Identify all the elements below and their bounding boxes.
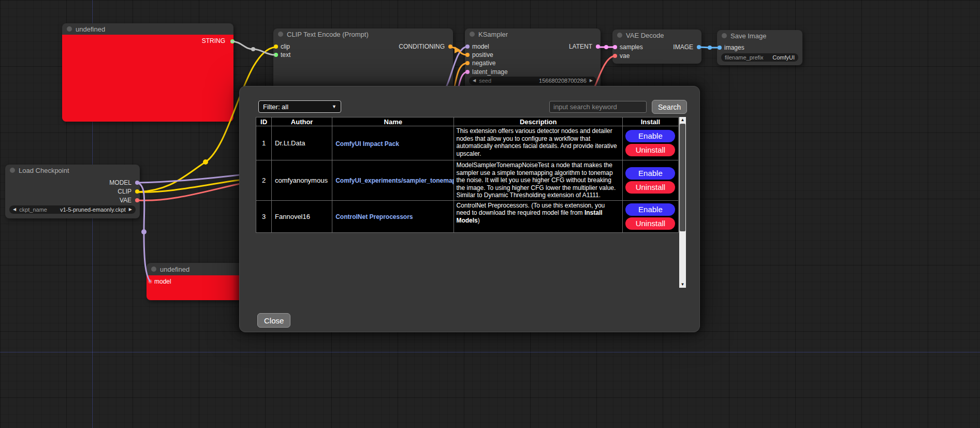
filter-dropdown-label: Filter: all: [263, 103, 288, 111]
increment-icon[interactable]: ▶: [590, 79, 593, 83]
node-header[interactable]: undefined: [147, 263, 245, 275]
output-dot-latent[interactable]: [596, 45, 600, 49]
table-row: 2 comfyanonymous ComfyUI_experiments/sam…: [256, 160, 679, 201]
row-install: Enable Uninstall: [622, 160, 678, 201]
row-author: comfyanonymous: [272, 160, 332, 201]
input-dot-model[interactable]: [465, 45, 470, 49]
output-label-conditioning: CONDITIONING: [399, 43, 445, 50]
scroll-up-icon[interactable]: ▲: [679, 117, 686, 123]
node-header[interactable]: KSampler: [465, 28, 601, 40]
node-save-image[interactable]: Save Image images filename_prefix ComfyU…: [717, 30, 802, 65]
collapse-dot-icon[interactable]: [10, 168, 15, 173]
node-header[interactable]: undefined: [62, 23, 233, 35]
decrement-icon[interactable]: ◀: [473, 79, 476, 83]
input-dot-positive[interactable]: [465, 53, 470, 57]
node-vae-decode[interactable]: VAE Decode samples vae IMAGE: [612, 29, 701, 64]
node-title: undefined: [76, 25, 105, 33]
description-text: ControlNet Preprocessors. (To use this e…: [456, 202, 605, 217]
ckpt-name-value: v1-5-pruned-emaonly.ckpt: [60, 206, 126, 213]
header-name: Name: [332, 117, 454, 126]
filename-prefix-label: filename_prefix: [725, 54, 764, 61]
scrollbar-thumb[interactable]: [680, 124, 685, 231]
extension-link[interactable]: ComfyUI_experiments/sampler_tonemap: [335, 177, 454, 184]
search-input[interactable]: [549, 101, 647, 113]
input-label-latent-image: latent_image: [472, 68, 508, 76]
output-label-vae: VAE: [120, 197, 131, 204]
input-dot-samples[interactable]: [613, 45, 617, 49]
enable-button[interactable]: Enable: [625, 203, 675, 216]
node-undefined-bottom[interactable]: undefined model: [147, 263, 245, 300]
collapse-dot-icon[interactable]: [151, 267, 156, 272]
input-dot-negative[interactable]: [465, 61, 470, 65]
extension-link[interactable]: ControlNet Preprocessors: [335, 213, 413, 220]
input-dot-images[interactable]: [718, 46, 722, 50]
row-id: 1: [256, 126, 272, 160]
increment-icon[interactable]: ▶: [129, 208, 132, 212]
table-row: 3 Fannovel16 ControlNet Preprocessors Co…: [256, 200, 679, 232]
uninstall-button[interactable]: Uninstall: [625, 181, 675, 194]
seed-widget[interactable]: ◀ seed 156680208700286 ▶: [469, 77, 596, 85]
scroll-down-icon[interactable]: ▼: [679, 282, 686, 288]
search-button[interactable]: Search: [652, 100, 687, 114]
input-dot-latent-image[interactable]: [465, 70, 470, 74]
filename-prefix-widget[interactable]: filename_prefix ComfyUI: [721, 53, 798, 62]
node-title: Load Checkpoint: [19, 167, 69, 174]
output-dot-vae[interactable]: [135, 198, 139, 202]
node-title: Save Image: [730, 32, 766, 40]
collapse-dot-icon[interactable]: [67, 26, 72, 32]
row-description: ModelSamplerTonemapNoiseTest a node that…: [454, 160, 622, 201]
ckpt-name-widget[interactable]: ◀ ckpt_name v1-5-pruned-emaonly.ckpt ▶: [9, 205, 136, 214]
collapse-dot-icon[interactable]: [617, 33, 622, 38]
link-string-to-text: [231, 41, 275, 55]
input-label-text: text: [281, 51, 290, 58]
link-dot: [141, 229, 147, 234]
output-dot-string[interactable]: [230, 39, 235, 43]
description-tail: ): [478, 217, 480, 224]
row-id: 3: [256, 200, 272, 232]
decrement-icon[interactable]: ◀: [13, 208, 16, 212]
link-dot: [251, 47, 255, 51]
uninstall-button[interactable]: Uninstall: [625, 217, 675, 230]
row-author: Fannovel16: [272, 200, 332, 232]
row-install: Enable Uninstall: [622, 200, 678, 232]
input-label-model: model: [154, 278, 171, 285]
description-text: This extension offers various detector n…: [456, 127, 617, 157]
input-dot-text[interactable]: [274, 53, 278, 57]
output-dot-conditioning[interactable]: [448, 45, 452, 49]
output-dot-clip[interactable]: [135, 189, 139, 194]
collapse-dot-icon[interactable]: [278, 32, 283, 37]
table-scrollbar[interactable]: ▲ ▼: [679, 117, 686, 288]
header-install: Install: [622, 117, 678, 126]
filter-dropdown[interactable]: Filter: all ▼: [258, 100, 341, 113]
close-button[interactable]: Close: [257, 313, 290, 328]
table-row: 1 Dr.Lt.Data ComfyUI Impact Pack This ex…: [256, 126, 679, 160]
output-dot-image[interactable]: [697, 45, 701, 49]
collapse-dot-icon[interactable]: [722, 33, 727, 38]
collapse-dot-icon[interactable]: [470, 32, 475, 37]
input-dot-model[interactable]: [148, 279, 152, 284]
comfyui-canvas[interactable]: undefined STRING CLIP Text Encode (Promp…: [0, 0, 980, 428]
node-header[interactable]: CLIP Text Encode (Prompt): [273, 28, 453, 40]
enable-button[interactable]: Enable: [625, 167, 675, 180]
row-description: This extension offers various detector n…: [454, 126, 622, 160]
row-author: Dr.Lt.Data: [272, 126, 332, 160]
link-dot: [604, 45, 608, 49]
node-load-checkpoint[interactable]: Load Checkpoint MODEL CLIP VAE ◀ ckpt_na…: [5, 165, 140, 218]
node-undefined-top[interactable]: undefined STRING: [62, 23, 233, 122]
output-dot-model[interactable]: [135, 181, 139, 185]
enable-button[interactable]: Enable: [625, 130, 675, 142]
input-label-clip: clip: [281, 43, 290, 50]
seed-widget-label: seed: [479, 78, 491, 84]
node-title: KSampler: [478, 31, 508, 38]
output-label-image: IMAGE: [673, 43, 693, 51]
seed-widget-value: 156680208700286: [539, 78, 587, 84]
node-title: VAE Decode: [626, 32, 664, 39]
node-header[interactable]: Load Checkpoint: [5, 165, 140, 176]
input-dot-vae[interactable]: [613, 54, 617, 58]
input-label-negative: negative: [472, 60, 495, 67]
input-dot-clip[interactable]: [274, 45, 278, 49]
uninstall-button[interactable]: Uninstall: [625, 144, 675, 156]
node-header[interactable]: VAE Decode: [612, 29, 701, 41]
extension-link[interactable]: ComfyUI Impact Pack: [335, 140, 399, 147]
node-header[interactable]: Save Image: [717, 30, 802, 41]
